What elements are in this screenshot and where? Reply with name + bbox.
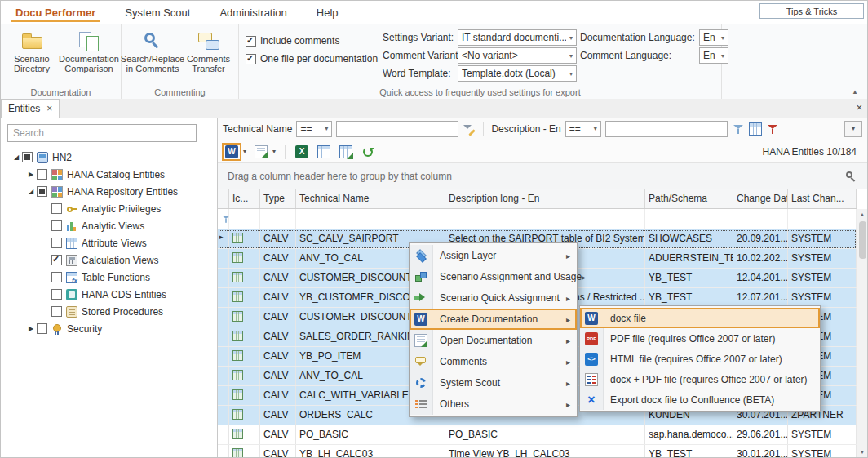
cell[interactable]: SHOWCASES <box>645 229 733 248</box>
group-by-panel[interactable]: Drag a column header here to group by th… <box>218 163 867 189</box>
comments-transfer-button[interactable]: Comments Transfer <box>182 27 235 79</box>
cell[interactable]: CALV <box>260 249 296 268</box>
panel-close-icon[interactable] <box>856 101 862 113</box>
cell[interactable]: ADUERRSTEIN_TE... <box>645 249 733 268</box>
include-comments-checkbox[interactable]: Include comments <box>246 32 378 50</box>
cell[interactable]: SYSTEM <box>788 249 857 268</box>
cell[interactable]: CALV <box>260 425 296 444</box>
search-replace-in-comments-button[interactable]: Search/Replace in Comments <box>125 27 180 79</box>
cell[interactable]: YB_TEST <box>645 269 733 287</box>
create-docx-button[interactable] <box>222 143 241 161</box>
menu-item-others[interactable]: Others▸ <box>410 394 577 415</box>
cell[interactable]: SYSTEM <box>788 445 857 457</box>
scroll-up-icon[interactable] <box>860 209 866 220</box>
menubar-item-help[interactable]: Help <box>302 1 353 24</box>
tree-item-hana-catalog-entities[interactable]: ▶HANA Catalog Entities <box>1 166 217 183</box>
refresh-button[interactable] <box>358 143 378 161</box>
create-docx-dropdown-icon[interactable] <box>243 148 246 155</box>
tree-item-analytic-privileges[interactable]: Analytic Privileges <box>1 200 217 217</box>
cell[interactable] <box>229 288 260 307</box>
expanded-expander-icon[interactable]: ◢ <box>11 153 22 161</box>
filter-cell-ic[interactable] <box>229 209 260 229</box>
cell[interactable]: SYSTEM <box>788 269 857 287</box>
open-documentation-button[interactable] <box>251 143 271 161</box>
column-header-last-chan[interactable]: Last Chan... <box>788 189 857 208</box>
filter-cell-path-schema[interactable] <box>645 209 733 229</box>
cell[interactable]: CALV <box>260 269 296 287</box>
tree-item-hn2[interactable]: ◢HN2 <box>1 149 217 166</box>
tree-checkbox[interactable] <box>51 220 62 231</box>
cell[interactable]: YB_TEST <box>645 445 733 457</box>
cell[interactable] <box>229 386 260 405</box>
menu-item-pdf-file-requires-office-2007-or-later[interactable]: PDF file (requires Office 2007 or later) <box>580 328 820 349</box>
cell[interactable]: CALV <box>260 229 296 248</box>
cell[interactable]: 12.07.201... <box>733 288 788 307</box>
cell[interactable] <box>229 269 260 287</box>
cell[interactable]: YB_LH_CALC03 <box>296 445 445 457</box>
filter-cell-technical-name[interactable] <box>296 209 445 229</box>
menu-item-create-documentation[interactable]: Create Documentation▸ <box>410 309 577 330</box>
table-export-button[interactable] <box>336 143 356 161</box>
menubar-item-system-scout[interactable]: System Scout <box>110 1 205 24</box>
column-header-change-date[interactable]: Change Date <box>733 189 788 208</box>
word-template-dropdown[interactable]: Template.dotx (Local) <box>458 65 577 82</box>
cell[interactable] <box>229 367 260 385</box>
collapse-ribbon-button[interactable] <box>848 86 862 97</box>
column-header-path-schema[interactable]: Path/Schema <box>645 189 733 208</box>
collapsed-expander-icon[interactable]: ▶ <box>25 325 37 332</box>
menu-item-export-docx-file-to-confluence-beta[interactable]: Export docx file to Confluence (BETA) <box>580 389 820 410</box>
one-file-per-documentation-checkbox[interactable]: One file per documentation <box>246 50 378 68</box>
description-operator-dropdown[interactable]: == <box>565 121 601 137</box>
cell[interactable]: CALV <box>260 327 296 346</box>
menu-item-docx-pdf-file-requires-office-2007-or-later[interactable]: docx + PDF file (requires Office 2007 or… <box>580 369 820 389</box>
tips-and-tricks-button[interactable]: Tips & Tricks <box>760 3 864 19</box>
open-documentation-dropdown-icon[interactable] <box>272 148 276 155</box>
cell[interactable] <box>229 249 260 268</box>
cell[interactable]: PO_BASIC <box>296 425 445 444</box>
apply-filter-icon[interactable] <box>732 122 745 136</box>
cell[interactable]: CALV <box>260 347 296 366</box>
tree-checkbox[interactable] <box>51 255 62 265</box>
filter-cell-change-date[interactable] <box>733 209 788 229</box>
tree-item-attribute-views[interactable]: Attribute Views <box>1 234 217 251</box>
documentation-comparison-button[interactable]: Documentation Comparison <box>61 27 117 79</box>
cell[interactable]: CALV <box>260 367 296 385</box>
menubar-item-administration[interactable]: Administration <box>205 1 301 24</box>
tree-item-hana-cds-entities[interactable]: HANA CDS Entities <box>1 286 217 303</box>
cell[interactable]: 20.09.201... <box>733 229 788 248</box>
cell[interactable]: Time View YB_LH_CALC03 <box>445 445 645 457</box>
description-filter-input[interactable] <box>605 121 728 137</box>
tree-checkbox[interactable] <box>22 152 33 162</box>
cell[interactable] <box>229 308 260 327</box>
tree-item-calculation-views[interactable]: Calculation Views <box>1 251 217 269</box>
filter-cell-last-chan[interactable] <box>788 209 857 229</box>
cell[interactable]: CALV <box>260 445 296 457</box>
tree-item-stored-procedures[interactable]: Stored Procedures <box>1 303 217 320</box>
filter-grid-icon[interactable] <box>749 122 762 136</box>
scroll-down-icon[interactable] <box>860 447 866 457</box>
expand-filter-panel-button[interactable] <box>844 121 862 137</box>
table-row[interactable]: CALVYB_LH_CALC03Time View YB_LH_CALC03YB… <box>218 445 857 457</box>
column-header-description-long-en[interactable]: Description long - En <box>445 189 645 208</box>
cell[interactable]: PO_BASIC <box>445 425 645 444</box>
filter-cell-type[interactable] <box>260 209 296 229</box>
scrollbar-thumb[interactable] <box>859 221 866 259</box>
cell[interactable] <box>229 445 260 457</box>
menubar-item-docu-performer[interactable]: Docu Performer <box>1 1 110 24</box>
tree-item-security[interactable]: ▶Security <box>1 320 217 337</box>
tree-checkbox[interactable] <box>51 306 62 317</box>
settings-variant-dropdown[interactable]: IT standard documenti... <box>458 29 577 46</box>
tree-checkbox[interactable] <box>37 186 47 197</box>
collapsed-expander-icon[interactable]: ▶ <box>25 171 37 178</box>
cell[interactable]: 12.04.201... <box>733 269 788 287</box>
tree-checkbox[interactable] <box>37 169 47 180</box>
table-view-button[interactable] <box>314 143 334 161</box>
column-header-type[interactable]: Type <box>260 189 296 208</box>
cell[interactable]: sap.hana.democo... <box>645 425 733 444</box>
tree-checkbox[interactable] <box>37 323 47 334</box>
filter-cell-description-long-en[interactable] <box>445 209 645 229</box>
vertical-scrollbar[interactable] <box>857 209 867 457</box>
cell[interactable]: SYSTEM <box>788 229 857 248</box>
cell[interactable] <box>229 425 260 444</box>
menu-item-html-file-requires-office-2007-or-later[interactable]: HTML file (requires Office 2007 or later… <box>580 349 820 369</box>
